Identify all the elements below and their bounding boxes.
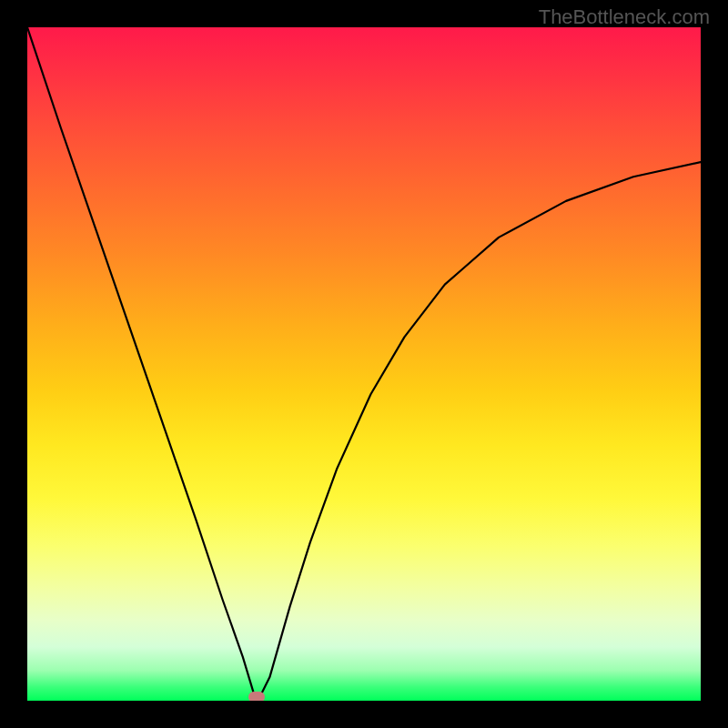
plot-area [27, 27, 701, 701]
curve-svg [27, 27, 701, 701]
bottleneck-curve [27, 27, 701, 700]
optimum-marker [248, 692, 265, 701]
watermark-text: TheBottleneck.com [539, 5, 710, 29]
